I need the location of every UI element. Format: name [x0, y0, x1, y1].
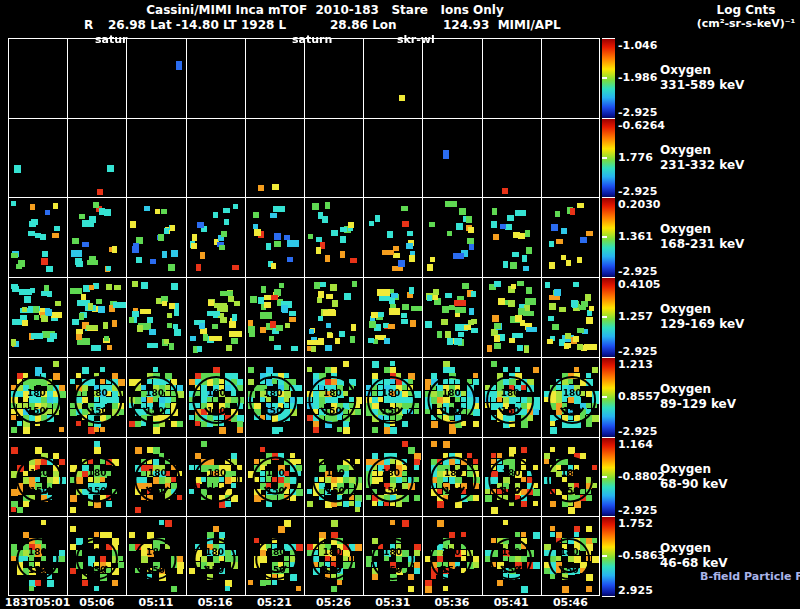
colorbar-tick-label: 1.257: [618, 310, 653, 323]
event-annotation: skr-wl: [397, 33, 435, 46]
colorbar-tick-label: 1.776: [618, 151, 653, 164]
colorbar-tick-label: 1.164: [618, 438, 653, 451]
row-energy-range-label: 68-90 keV: [660, 477, 795, 492]
colorbar-tick-label: 2.925: [618, 584, 653, 597]
time-tick-label: 05:46: [525, 596, 615, 609]
header-longitude: 28.86 Lon: [330, 18, 397, 32]
row-energy-range-label: 168-231 keV: [660, 237, 795, 252]
row-label: Oxygen89-129 keV: [660, 382, 795, 412]
header-r-label: R: [84, 18, 93, 32]
row-species-label: Oxygen: [660, 63, 795, 78]
event-annotation: saturn: [292, 33, 332, 46]
event-annotation: satur: [95, 33, 127, 46]
colorbar-tick-label: -2.925: [618, 345, 657, 358]
colorbar-tick-label: -0.8802: [618, 470, 665, 483]
row-energy-range-label: 129-169 keV: [660, 317, 795, 332]
row-energy-range-label: 46-68 keV: [660, 556, 795, 571]
colorbar-tick-label: -2.925: [618, 504, 657, 517]
colorbar-tick-label: -2.925: [618, 425, 657, 438]
colorbar-tick-label: -1.046: [618, 39, 657, 52]
colorbar-tick-label: -0.6264: [618, 119, 665, 132]
colorbar-mid-tick: [602, 77, 607, 79]
row-species-label: Oxygen: [660, 462, 795, 477]
colorbar-tick-label: 0.4105: [618, 278, 660, 291]
row-energy-range-label: 89-129 keV: [660, 397, 795, 412]
colorbar-mid-tick: [602, 555, 607, 557]
row-label: Oxygen46-68 keV: [660, 541, 795, 571]
row-label: Oxygen68-90 keV: [660, 462, 795, 492]
colorbar-mid-tick: [602, 157, 607, 159]
page-title: Cassini/MIMI Inca mTOF 2010-183 Stare Io…: [0, 3, 650, 17]
colorbar-tick-label: -2.925: [618, 106, 657, 119]
colorbar-mid-tick: [602, 476, 607, 478]
colorbar-mid-tick: [602, 236, 607, 238]
bfield-note: B-field Particle Flow: [700, 570, 800, 583]
colorbar-mid-tick: [602, 396, 607, 398]
colorbar-legend-title: Log Cnts: [700, 3, 792, 17]
row-species-label: Oxygen: [660, 222, 795, 237]
header-coordinates: 26.98 Lat -14.80 LT 1928 L: [108, 18, 286, 32]
row-species-label: Oxygen: [660, 143, 795, 158]
colorbar-tick-label: 1.752: [618, 517, 653, 530]
inca-spectrogram-display: Cassini/MIMI Inca mTOF 2010-183 Stare Io…: [0, 0, 800, 609]
colorbar-tick-label: -0.5863: [618, 549, 665, 562]
colorbar-tick-label: -2.925: [618, 265, 657, 278]
row-label: Oxygen331-589 keV: [660, 63, 795, 93]
row-energy-range-label: 231-332 keV: [660, 158, 795, 173]
row-label: Oxygen129-169 keV: [660, 302, 795, 332]
colorbar-tick-label: 0.2030: [618, 198, 660, 211]
colorbar-tick-label: 1.361: [618, 230, 653, 243]
row-label: Oxygen168-231 keV: [660, 222, 795, 252]
row-species-label: Oxygen: [660, 541, 795, 556]
colorbar-tick-label: -2.925: [618, 185, 657, 198]
colorbar-mid-tick: [602, 316, 607, 318]
row-species-label: Oxygen: [660, 382, 795, 397]
heatmap-plot-canvas: [8, 38, 600, 596]
row-energy-range-label: 331-589 keV: [660, 78, 795, 93]
row-label: Oxygen231-332 keV: [660, 143, 795, 173]
colorbar-tick-label: 1.213: [618, 358, 653, 371]
header-mimi-apl: 124.93 MIMI/APL: [443, 18, 561, 32]
colorbar-legend-units: (cm²-sr-s-keV)⁻¹: [692, 17, 800, 30]
colorbar-tick-label: 0.8557: [618, 390, 660, 403]
colorbar-tick-label: -1.986: [618, 71, 657, 84]
row-species-label: Oxygen: [660, 302, 795, 317]
